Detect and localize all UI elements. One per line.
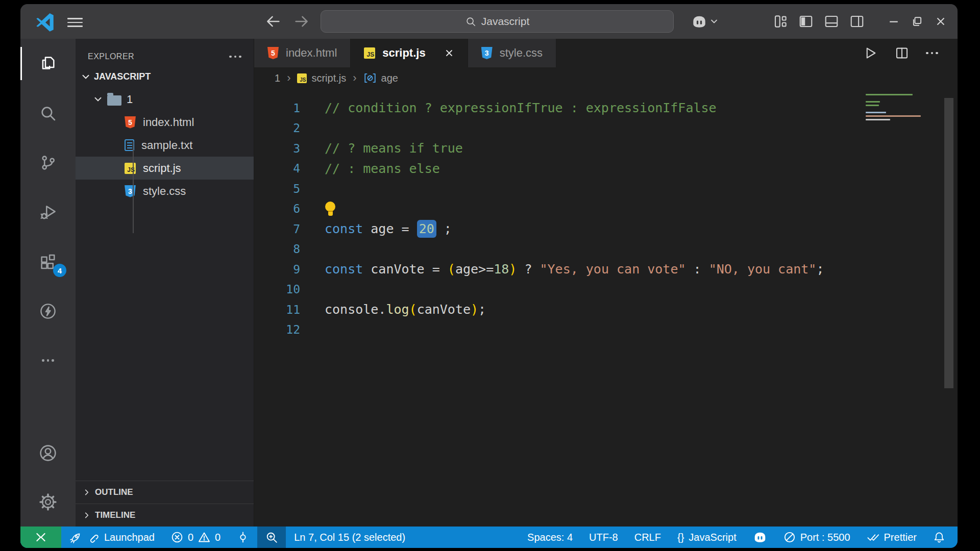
tab-style.css[interactable]: 3style.css — [468, 39, 556, 67]
code-line-11[interactable]: 11console.log(canVote); — [254, 299, 958, 320]
editor-group: 5index.htmlJSscript.js3style.css 1›JSscr… — [254, 39, 958, 527]
explorer-more-icon[interactable] — [229, 56, 241, 58]
activity-item-search[interactable] — [20, 88, 76, 138]
gear-icon — [39, 493, 57, 511]
toggle-panel-icon[interactable] — [824, 14, 839, 29]
restore-button[interactable] — [911, 15, 924, 28]
file-item-style.css[interactable]: 3style.css — [76, 180, 254, 203]
back-arrow-icon[interactable] — [264, 13, 282, 30]
activity-item-run-and-debug[interactable] — [20, 187, 76, 237]
code-line-3[interactable]: 3// ? means if true — [254, 138, 958, 159]
breadcrumb-item-age[interactable]: age — [363, 72, 398, 84]
tab-index.html[interactable]: 5index.html — [254, 39, 351, 67]
section-label: OUTLINE — [95, 487, 133, 497]
status-port[interactable]: Port : 5500 — [775, 527, 859, 548]
file-item-script.js[interactable]: JSscript.js — [76, 157, 254, 180]
remote-icon — [34, 531, 47, 544]
minimize-button[interactable] — [887, 15, 900, 28]
indent-guide — [133, 141, 134, 233]
explorer-sidebar: EXPLORER JAVASCRIPT 1 5index.htmlsample.… — [76, 39, 254, 527]
activity-item-source-control[interactable] — [20, 138, 76, 187]
run-file-button[interactable] — [863, 45, 878, 61]
split-editor-button[interactable] — [894, 45, 910, 61]
line-number: 12 — [254, 323, 300, 336]
js-file-icon: JS — [297, 73, 307, 83]
breadcrumb-label: 1 — [275, 72, 280, 84]
editor-scrollbar[interactable] — [944, 98, 953, 388]
html-file-icon: 5 — [267, 47, 279, 59]
activity-item-thunder-client[interactable] — [20, 286, 76, 336]
chevron-down-icon — [82, 74, 90, 80]
file-item-index.html[interactable]: 5index.html — [76, 111, 254, 134]
circle-slash-icon — [783, 531, 796, 543]
vscode-window: Javascript — [20, 4, 958, 548]
code-line-1[interactable]: 1// condition ? expressionIfTrue : expre… — [254, 98, 958, 118]
status-eol[interactable]: CRLF — [626, 527, 669, 548]
breadcrumb-item-script.js[interactable]: JSscript.js — [297, 72, 346, 84]
line-number: 8 — [254, 242, 300, 256]
status-indicator[interactable] — [229, 527, 257, 548]
titlebar: Javascript — [20, 4, 958, 39]
search-icon — [465, 16, 476, 27]
tab-bar: 5index.htmlJSscript.js3style.css — [254, 39, 958, 67]
toggle-sidebar-icon[interactable] — [798, 14, 814, 29]
folder-icon — [107, 95, 121, 106]
command-center-search[interactable]: Javascript — [321, 10, 674, 33]
minimap[interactable] — [866, 94, 922, 122]
line-number: 3 — [254, 142, 300, 155]
folder-name: 1 — [127, 93, 133, 106]
copilot-menu[interactable] — [691, 15, 718, 29]
status-problems[interactable]: 00 — [163, 527, 229, 548]
status-copilot-status[interactable] — [745, 527, 775, 548]
code-line-2[interactable]: 2 — [254, 118, 958, 139]
section-outline[interactable]: OUTLINE — [76, 481, 254, 504]
menu-icon[interactable] — [67, 15, 83, 30]
status-cursor-position[interactable]: Ln 7, Col 15 (2 selected) — [286, 527, 413, 548]
breadcrumb-item-1[interactable]: 1 — [275, 72, 280, 84]
folder-item-1[interactable]: 1 — [76, 88, 254, 111]
tab-script.js[interactable]: JSscript.js — [351, 39, 468, 67]
close-button[interactable] — [934, 15, 947, 28]
activity-item-explorer[interactable] — [20, 39, 76, 88]
code-line-8[interactable]: 8 — [254, 239, 958, 260]
status-prettier[interactable]: Prettier — [859, 527, 925, 548]
workspace-section[interactable]: JAVASCRIPT — [76, 65, 254, 88]
breadcrumb-label: age — [381, 72, 398, 84]
section-timeline[interactable]: TIMELINE — [76, 504, 254, 527]
status-text: Port : 5500 — [800, 532, 850, 543]
code-line-9[interactable]: 9const canVote = (age>=18) ? "Yes, you c… — [254, 259, 958, 280]
code-editor[interactable]: 1// condition ? expressionIfTrue : expre… — [254, 89, 958, 527]
status-encoding[interactable]: UTF-8 — [581, 527, 626, 548]
more-actions-button[interactable] — [926, 52, 938, 55]
line-number: 11 — [254, 303, 300, 316]
code-line-6[interactable]: 6 — [254, 199, 958, 219]
close-tab-icon[interactable] — [444, 48, 454, 58]
copilot-icon — [753, 531, 767, 543]
status-bar: Launchpad00Ln 7, Col 15 (2 selected) Spa… — [20, 527, 958, 548]
code-line-4[interactable]: 4// : means else — [254, 159, 958, 179]
line-number: 1 — [254, 102, 300, 115]
file-item-sample.txt[interactable]: sample.txt — [76, 134, 254, 157]
breadcrumb-separator: › — [353, 71, 356, 85]
status-text: {} — [677, 532, 684, 543]
forward-arrow-icon[interactable] — [293, 13, 310, 30]
code-line-7[interactable]: 7const age = 20 ; — [254, 219, 958, 239]
activity-item-more-views[interactable] — [20, 336, 76, 385]
remote-indicator[interactable] — [20, 527, 61, 548]
activity-item-accounts[interactable] — [20, 429, 76, 478]
status-launchpad[interactable]: Launchpad — [61, 527, 163, 548]
line-number: 5 — [254, 182, 300, 195]
activity-item-extensions[interactable]: 4 — [20, 237, 76, 286]
toggle-secondary-sidebar-icon[interactable] — [849, 14, 865, 29]
status-text: Ln 7, Col 15 (2 selected) — [294, 532, 405, 543]
status-language-mode[interactable]: {}JavaScript — [669, 527, 745, 548]
customize-layout-icon[interactable] — [773, 14, 788, 29]
status-indentation[interactable]: Spaces: 4 — [519, 527, 581, 548]
code-line-10[interactable]: 10 — [254, 280, 958, 300]
lightbulb-icon[interactable] — [325, 201, 336, 216]
status-zoom-control[interactable] — [257, 527, 286, 548]
status-notifications[interactable] — [925, 527, 953, 548]
code-line-5[interactable]: 5 — [254, 179, 958, 199]
activity-item-settings[interactable] — [20, 478, 76, 527]
code-line-12[interactable]: 12 — [254, 320, 958, 340]
